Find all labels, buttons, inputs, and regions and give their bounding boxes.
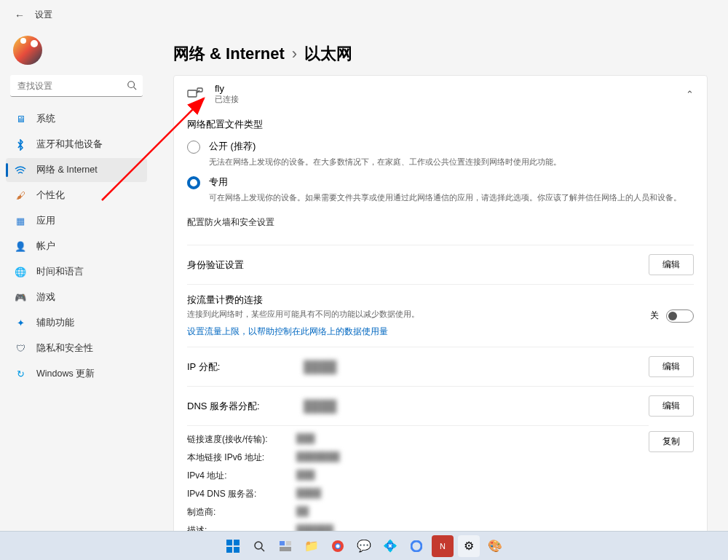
window-title: 设置: [35, 9, 52, 21]
sync-icon: ↻: [15, 368, 26, 380]
nav-label: 时间和语言: [36, 266, 84, 278]
dns-label: DNS 服务器分配:: [187, 400, 274, 413]
firewall-link[interactable]: 配置防火墙和安全设置: [187, 216, 274, 229]
chevron-up-icon: ⌃: [686, 89, 694, 100]
bluetooth-icon: [15, 139, 26, 151]
dns-value: ████: [304, 400, 649, 413]
nav-label: Windows 更新: [36, 368, 95, 380]
main-content: 网络 & Internet › 以太网 fly 已连接 ⌃ 网络配置文件类型 公…: [153, 30, 728, 560]
svg-rect-7: [226, 540, 232, 545]
settings-taskbar[interactable]: ⚙: [458, 535, 480, 557]
svg-line-1: [134, 87, 137, 90]
nav-label: 网络 & Internet: [36, 164, 98, 176]
nav-update[interactable]: ↻Windows 更新: [6, 362, 147, 386]
search-input[interactable]: [10, 75, 143, 97]
wechat-icon[interactable]: 💬: [353, 535, 375, 557]
taskbar-search[interactable]: [248, 535, 270, 557]
radio-icon: [187, 141, 200, 154]
search-icon: [127, 80, 137, 92]
breadcrumb: 网络 & Internet › 以太网: [173, 43, 708, 65]
nav-privacy[interactable]: 🛡隐私和安全性: [6, 336, 147, 360]
nav-label: 辅助功能: [36, 317, 74, 329]
connection-name: fly: [215, 83, 674, 94]
profile-section-title: 网络配置文件类型: [187, 118, 694, 131]
accessibility-icon: ✦: [15, 318, 26, 329]
chrome-icon[interactable]: [327, 535, 349, 557]
svg-rect-9: [226, 547, 232, 553]
app-icon-3[interactable]: N: [432, 535, 454, 557]
radio-public-desc: 无法在网络上发现你的设备。在大多数情况下，在家庭、工作或公共位置连接到网络时使用…: [209, 156, 561, 168]
chevron-right-icon: ›: [292, 44, 297, 63]
nav-label: 蓝牙和其他设备: [36, 138, 103, 151]
brush-icon: 🖌: [15, 190, 26, 202]
nav-accounts[interactable]: 👤帐户: [6, 234, 147, 259]
connection-card[interactable]: fly 已连接 ⌃ 网络配置文件类型 公开 (推荐) 无法在网络上发现你的设备。…: [173, 75, 708, 560]
radio-private-desc: 可在网络上发现你的设备。如果需要文件共享或使用通过此网络通信的应用，请选择此选项…: [209, 192, 681, 204]
nav-apps[interactable]: ▦应用: [6, 209, 147, 233]
app-icon-2[interactable]: [405, 535, 427, 557]
nav-label: 应用: [36, 215, 55, 227]
wifi-icon: [15, 165, 26, 176]
copy-button[interactable]: 复制: [649, 431, 694, 452]
breadcrumb-current: 以太网: [304, 43, 352, 65]
radio-public[interactable]: 公开 (推荐) 无法在网络上发现你的设备。在大多数情况下，在家庭、工作或公共位置…: [187, 140, 694, 168]
data-limit-link[interactable]: 设置流量上限，以帮助控制在此网络上的数据使用量: [187, 326, 388, 338]
nav-system[interactable]: 🖥系统: [6, 107, 147, 131]
ip-edit-button[interactable]: 编辑: [649, 356, 694, 377]
taskbar: 📁 💬 💠 N ⚙ 🎨: [0, 531, 728, 560]
person-icon: 👤: [15, 241, 26, 253]
radio-private[interactable]: 专用 可在网络上发现你的设备。如果需要文件共享或使用通过此网络通信的应用，请选择…: [187, 176, 694, 204]
nav-label: 系统: [36, 113, 55, 125]
app-icon-4[interactable]: 🎨: [484, 535, 506, 557]
radio-checked-icon: [187, 176, 200, 189]
shield-icon: 🛡: [15, 343, 26, 355]
svg-line-12: [261, 548, 264, 551]
nav-time[interactable]: 🌐时间和语言: [6, 260, 147, 284]
sidebar: 🖥系统 蓝牙和其他设备 网络 & Internet 🖌个性化 ▦应用 👤帐户 🌐…: [0, 30, 153, 560]
svg-point-18: [336, 544, 340, 548]
ip-value: ████: [304, 360, 649, 374]
nav-label: 帐户: [36, 240, 55, 253]
radio-public-label: 公开 (推荐): [209, 140, 561, 153]
svg-point-19: [411, 541, 422, 551]
breadcrumb-parent[interactable]: 网络 & Internet: [173, 43, 285, 65]
svg-rect-14: [286, 541, 291, 545]
nav-label: 游戏: [36, 291, 55, 304]
back-button[interactable]: ←: [15, 9, 25, 21]
app-icon-1[interactable]: 💠: [379, 535, 401, 557]
start-button[interactable]: [222, 535, 244, 557]
user-block[interactable]: [6, 30, 147, 75]
toggle-state: 关: [650, 309, 659, 322]
svg-rect-13: [280, 541, 285, 545]
connection-status: 已连接: [215, 94, 674, 105]
metered-desc: 连接到此网络时，某些应用可能具有不同的功能以减少数据使用。: [187, 309, 650, 320]
gamepad-icon: 🎮: [15, 292, 26, 304]
nav-personalization[interactable]: 🖌个性化: [6, 184, 147, 208]
globe-icon: 🌐: [15, 267, 26, 278]
nav-bluetooth[interactable]: 蓝牙和其他设备: [6, 133, 147, 157]
nav-label: 隐私和安全性: [36, 342, 93, 355]
nav-accessibility[interactable]: ✦辅助功能: [6, 311, 147, 335]
metered-title: 按流量计费的连接: [187, 293, 650, 307]
svg-rect-10: [234, 547, 240, 553]
auth-title: 身份验证设置: [187, 259, 649, 272]
svg-rect-15: [280, 547, 291, 551]
nav-network[interactable]: 网络 & Internet: [6, 158, 147, 182]
svg-rect-8: [234, 540, 240, 545]
nav-label: 个性化: [36, 189, 65, 202]
file-explorer[interactable]: 📁: [301, 535, 323, 557]
svg-rect-2: [188, 90, 197, 97]
ethernet-icon: [187, 87, 203, 100]
svg-point-11: [255, 542, 262, 549]
radio-private-label: 专用: [209, 176, 681, 189]
apps-icon: ▦: [15, 216, 26, 227]
ip-label: IP 分配:: [187, 360, 274, 374]
nav-gaming[interactable]: 🎮游戏: [6, 285, 147, 309]
avatar: [13, 36, 42, 65]
display-icon: 🖥: [15, 114, 26, 125]
auth-edit-button[interactable]: 编辑: [649, 254, 694, 275]
task-view[interactable]: [274, 535, 296, 557]
svg-point-0: [128, 82, 135, 88]
dns-edit-button[interactable]: 编辑: [649, 395, 694, 417]
metered-toggle[interactable]: [666, 309, 694, 323]
